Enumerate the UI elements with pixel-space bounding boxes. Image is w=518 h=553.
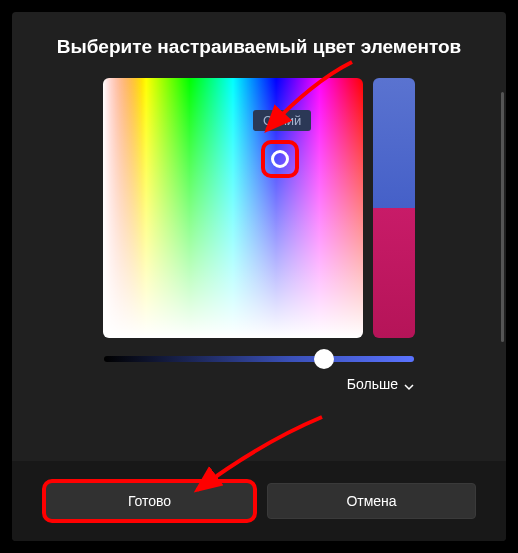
done-button[interactable]: Готово xyxy=(42,479,257,523)
color-picker-dialog: Выберите настраиваемый цвет элементов Си… xyxy=(12,12,506,541)
chevron-down-icon xyxy=(404,379,414,389)
color-tooltip: Синий xyxy=(253,110,311,131)
more-toggle[interactable]: Больше xyxy=(104,376,414,392)
dialog-footer: Готово Отмена xyxy=(12,461,506,541)
color-selector[interactable] xyxy=(271,150,289,168)
dialog-content: Выберите настраиваемый цвет элементов Си… xyxy=(12,12,506,461)
dialog-title: Выберите настраиваемый цвет элементов xyxy=(57,36,462,58)
color-selector-highlight xyxy=(261,140,299,178)
scrollbar[interactable] xyxy=(501,92,504,342)
value-preview-top xyxy=(373,78,415,208)
value-slider[interactable] xyxy=(373,78,415,338)
brightness-slider[interactable] xyxy=(104,356,414,362)
value-preview-bottom xyxy=(373,208,415,338)
more-label: Больше xyxy=(347,376,398,392)
picker-row: Синий xyxy=(103,78,415,338)
color-field[interactable]: Синий xyxy=(103,78,363,338)
cancel-button[interactable]: Отмена xyxy=(267,483,476,519)
slider-thumb[interactable] xyxy=(314,349,334,369)
